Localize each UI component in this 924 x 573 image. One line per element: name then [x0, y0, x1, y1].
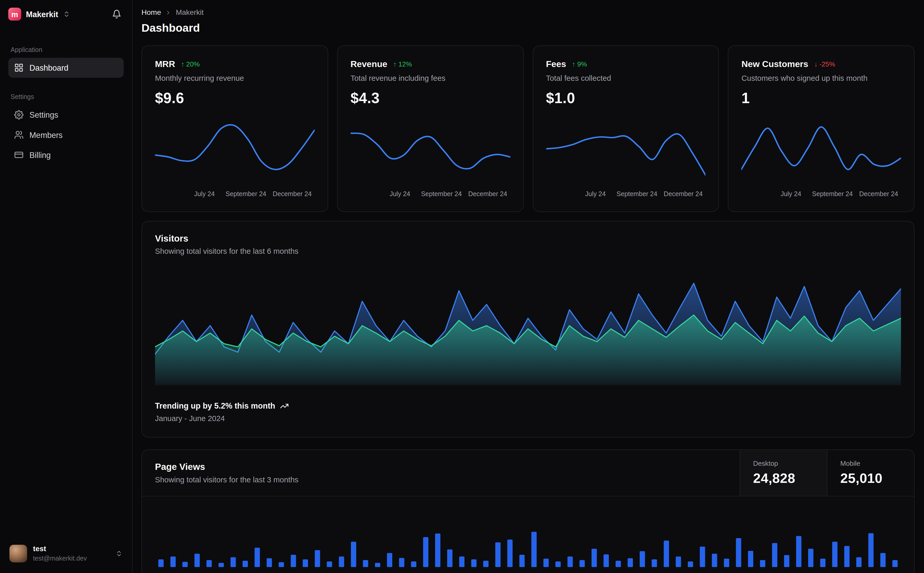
makerkit-logo: m [8, 8, 21, 20]
sidebar-item-settings[interactable]: Settings [8, 105, 124, 125]
stat-title: MRR [155, 59, 175, 69]
visitors-title: Visitors [155, 233, 901, 244]
gear-icon [14, 110, 24, 119]
sidebar-item-billing[interactable]: Billing [8, 145, 124, 165]
user-avatar [9, 545, 27, 562]
x-axis-label: July 24 [390, 190, 410, 197]
trend-badge: ↓ -25% [814, 60, 835, 67]
trending-up-icon [280, 402, 289, 410]
stat-description: Monthly recurring revenue [155, 74, 314, 82]
bell-icon [112, 9, 121, 19]
trend-value: 12% [398, 60, 412, 67]
page-views-toggles: Desktop 24,828 Mobile 25,010 [739, 450, 914, 496]
page-title: Dashboard [141, 22, 915, 35]
arrow-up-icon: ↑ [572, 60, 576, 67]
trend-value: 20% [186, 60, 199, 67]
workspace-selector[interactable]: m Makerkit [8, 8, 70, 20]
stat-card-revenue: Revenue ↑ 12% Total revenue including fe… [337, 45, 524, 212]
sidebar-item-members[interactable]: Members [8, 125, 124, 145]
fees-sparkline-chart [546, 117, 706, 187]
x-axis-label: December 24 [273, 190, 312, 197]
trend-text: Trending up by 5.2% this month [155, 402, 275, 410]
stat-card-new-customers: New Customers ↓ -25% Customers who signe… [728, 45, 915, 212]
stat-label: Mobile [840, 460, 901, 467]
breadcrumb-current: Makerkit [176, 8, 204, 17]
x-axis-label: December 24 [468, 190, 507, 197]
trend-badge: ↑ 9% [572, 60, 587, 67]
x-axis-label: July 24 [585, 190, 606, 197]
sidebar-header: m Makerkit [8, 7, 124, 21]
revenue-sparkline-chart [350, 117, 510, 187]
stat-label: Desktop [753, 460, 814, 467]
page-views-subtitle: Showing total visitors for the last 3 mo… [155, 475, 726, 484]
arrow-down-icon: ↓ [814, 60, 817, 67]
user-name: test [33, 545, 110, 554]
user-meta: test test@makerkit.dev [33, 545, 110, 562]
mrr-sparkline-chart [155, 117, 314, 187]
visitors-period: January - June 2024 [155, 414, 901, 423]
stat-value: 24,828 [753, 470, 814, 486]
stat-value: $9.6 [155, 89, 314, 107]
stat-cards-row: MRR ↑ 20% Monthly recurring revenue $9.6… [141, 45, 915, 212]
trend-value: 9% [577, 60, 587, 67]
sidebar-item-label: Dashboard [29, 63, 68, 72]
trend-badge: ↑ 20% [181, 60, 199, 67]
stat-description: Total revenue including fees [350, 74, 510, 82]
trend-badge: ↑ 12% [393, 60, 412, 67]
sidebar-item-label: Settings [29, 110, 58, 119]
chevrons-up-down-icon [115, 550, 122, 557]
stat-title: New Customers [742, 59, 808, 69]
user-menu[interactable]: test test@makerkit.dev [8, 542, 124, 565]
stat-card-fees: Fees ↑ 9% Total fees collected $1.0 July… [532, 45, 719, 212]
x-axis: July 24 September 24 December 24 [155, 190, 314, 199]
page-views-bar-chart [155, 532, 901, 567]
page-views-card: Page Views Showing total visitors for th… [141, 449, 915, 573]
x-axis: July 24 September 24 December 24 [546, 190, 706, 199]
arrow-up-icon: ↑ [393, 60, 397, 67]
new-customers-sparkline-chart [742, 117, 901, 187]
chevron-right-icon [165, 9, 172, 16]
x-axis-label: July 24 [781, 190, 801, 197]
trend-value: -25% [819, 60, 835, 67]
stat-card-mrr: MRR ↑ 20% Monthly recurring revenue $9.6… [141, 45, 328, 212]
toggle-desktop[interactable]: Desktop 24,828 [739, 450, 827, 496]
toggle-mobile[interactable]: Mobile 25,010 [827, 450, 914, 496]
app-window: m Makerkit Application Dashboard Setting… [0, 0, 924, 573]
x-axis-label: December 24 [859, 190, 898, 197]
stat-value: 1 [742, 89, 901, 107]
visitors-card: Visitors Showing total visitors for the … [141, 221, 915, 437]
page-views-header: Page Views Showing total visitors for th… [142, 450, 914, 496]
stat-title: Revenue [350, 59, 387, 69]
x-axis-label: September 24 [421, 190, 462, 197]
visitors-trend: Trending up by 5.2% this month [155, 402, 901, 410]
sidebar: m Makerkit Application Dashboard Setting… [0, 0, 133, 573]
x-axis: July 24 September 24 December 24 [742, 190, 901, 199]
x-axis-label: July 24 [194, 190, 215, 197]
sidebar-item-label: Members [29, 130, 63, 139]
stat-title: Fees [546, 59, 566, 69]
workspace-name: Makerkit [26, 9, 58, 19]
stat-value: $1.0 [546, 89, 706, 107]
x-axis-label: December 24 [664, 190, 703, 197]
notifications-button[interactable] [110, 7, 124, 21]
stat-value: $4.3 [350, 89, 510, 107]
x-axis-label: September 24 [226, 190, 267, 197]
main-content: Home Makerkit Dashboard MRR ↑ 20% Monthl… [133, 0, 924, 573]
x-axis-label: September 24 [812, 190, 853, 197]
stat-description: Customers who signed up this month [742, 74, 901, 82]
section-label-settings: Settings [11, 93, 121, 100]
visitors-area-chart [155, 273, 901, 385]
page-views-title: Page Views [155, 462, 726, 473]
breadcrumb-home[interactable]: Home [141, 8, 161, 17]
sidebar-item-label: Billing [29, 150, 51, 159]
sidebar-item-dashboard[interactable]: Dashboard [8, 58, 124, 78]
users-icon [14, 130, 24, 139]
chevrons-up-down-icon [63, 11, 70, 18]
stat-description: Total fees collected [546, 74, 706, 82]
credit-card-icon [14, 150, 24, 160]
section-label-application: Application [11, 46, 121, 53]
x-axis-label: September 24 [617, 190, 657, 197]
arrow-up-icon: ↑ [181, 60, 184, 67]
visitors-subtitle: Showing total visitors for the last 6 mo… [155, 247, 901, 255]
grid-icon [14, 63, 24, 72]
